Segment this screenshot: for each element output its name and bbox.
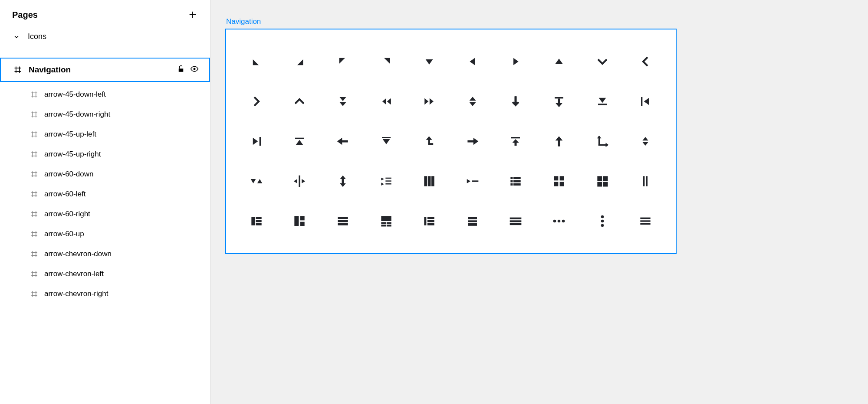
svg-rect-56 (386, 222, 391, 224)
columns-indent-icon[interactable] (451, 161, 494, 201)
svg-rect-19 (299, 176, 300, 187)
arrow-end-down-icon[interactable] (537, 81, 581, 121)
svg-rect-40 (597, 182, 602, 187)
arrow-chevron-down-icon[interactable] (581, 42, 624, 81)
arrows-axes-icon[interactable] (581, 121, 624, 161)
layer-item[interactable]: arrow-60-left (0, 184, 210, 204)
layer-item[interactable]: arrow-chevron-down (0, 244, 210, 264)
unlock-icon[interactable] (177, 65, 185, 75)
layer-item[interactable]: arrow-chevron-right (0, 284, 210, 304)
layers-list: arrow-45-down-left arrow-45-down-right a… (0, 85, 210, 304)
columns-list-icon[interactable] (494, 161, 538, 201)
rows-3-icon[interactable] (624, 201, 667, 241)
arrow-end-left-icon[interactable] (624, 81, 667, 121)
arrow-end-up-icon[interactable] (278, 121, 322, 161)
arrow-double-60-left-icon[interactable] (365, 81, 408, 121)
bullet-indent-icon[interactable] (365, 161, 408, 201)
svg-rect-57 (381, 225, 386, 226)
arrows-expand-icon[interactable] (235, 161, 278, 201)
arrow-45-down-right-icon[interactable] (278, 42, 322, 81)
frame-icon (13, 65, 23, 75)
canvas-area[interactable]: Navigation (210, 0, 868, 404)
svg-rect-52 (338, 220, 348, 222)
arrows-collapse-icon[interactable] (624, 121, 667, 161)
arrow-down-icon[interactable] (494, 81, 538, 121)
svg-rect-5 (598, 104, 607, 105)
frame-navigation[interactable] (225, 29, 677, 254)
arrow-parent-icon[interactable] (408, 121, 451, 161)
hamburger-rows-icon[interactable] (451, 201, 494, 241)
arrow-60-left-icon[interactable] (451, 42, 494, 81)
svg-rect-41 (603, 182, 608, 187)
layer-item[interactable]: arrow-60-right (0, 204, 210, 224)
hamburger-indent-icon[interactable] (365, 201, 408, 241)
svg-rect-31 (513, 180, 521, 182)
frame-icon (30, 130, 39, 139)
hamburger-outdent-icon[interactable] (408, 201, 451, 241)
layer-label: arrow-60-up (44, 230, 84, 238)
arrow-up-icon[interactable] (537, 121, 581, 161)
arrow-chevron-up-icon[interactable] (278, 81, 322, 121)
arrow-end-down-alt-icon[interactable] (581, 81, 624, 121)
arrows-resize-h-icon[interactable] (278, 161, 322, 201)
arrow-45-down-left-icon[interactable] (235, 42, 278, 81)
layer-item[interactable]: arrow-chevron-left (0, 264, 210, 284)
hamburger-4-icon[interactable] (278, 201, 322, 241)
arrow-end-right-icon[interactable] (235, 121, 278, 161)
layer-item[interactable]: arrow-45-up-right (0, 144, 210, 164)
columns-thumbnail-icon[interactable] (537, 161, 581, 201)
columns-thumbnail-window-icon[interactable] (581, 161, 624, 201)
more-horizontal-icon[interactable] (537, 201, 581, 241)
svg-rect-60 (427, 217, 434, 219)
svg-rect-12 (428, 143, 434, 145)
eye-icon[interactable] (190, 65, 199, 75)
arrow-double-60-right-icon[interactable] (408, 81, 451, 121)
layer-label: arrow-45-up-left (44, 130, 96, 139)
add-page-button[interactable] (187, 10, 198, 20)
arrow-chevron-left-icon[interactable] (624, 42, 667, 81)
svg-rect-38 (597, 176, 602, 181)
arrow-60-up-icon[interactable] (537, 42, 581, 81)
hamburger-5-icon[interactable] (321, 201, 365, 241)
arrow-right-icon[interactable] (451, 121, 494, 161)
hamburger-wide-icon[interactable] (494, 201, 538, 241)
svg-rect-23 (385, 183, 391, 185)
arrow-double-60-sort-icon[interactable] (451, 81, 494, 121)
svg-point-72 (601, 215, 604, 218)
svg-rect-62 (427, 223, 434, 225)
svg-point-1 (194, 68, 196, 70)
layer-item[interactable]: arrow-45-up-left (0, 124, 210, 144)
svg-point-73 (601, 220, 604, 223)
arrow-60-down-icon[interactable] (408, 42, 451, 81)
arrow-overflow-down-icon[interactable] (365, 121, 408, 161)
arrow-double-60-down-icon[interactable] (321, 81, 365, 121)
arrow-45-up-left-icon[interactable] (321, 42, 365, 81)
frame-label[interactable]: Navigation (226, 17, 868, 26)
arrows-resize-v-icon[interactable] (321, 161, 365, 201)
layer-label: arrow-45-down-left (44, 90, 106, 99)
svg-rect-59 (424, 217, 427, 225)
svg-rect-47 (256, 223, 261, 225)
arrow-root-icon[interactable] (494, 121, 538, 161)
layer-item[interactable]: arrow-45-down-left (0, 85, 210, 104)
page-row-icons[interactable]: Icons (0, 28, 210, 46)
sidebar-header: Pages (0, 0, 210, 28)
arrow-chevron-right-icon[interactable] (235, 81, 278, 121)
layer-item[interactable]: arrow-45-down-right (0, 104, 210, 124)
arrow-left-icon[interactable] (321, 121, 365, 161)
svg-rect-68 (510, 223, 522, 225)
layer-item[interactable]: arrow-60-down (0, 164, 210, 184)
frame-icon (30, 209, 39, 219)
selected-frame-row[interactable]: Navigation (0, 58, 210, 82)
arrow-45-up-right-icon[interactable] (365, 42, 408, 81)
svg-rect-8 (295, 138, 304, 139)
svg-rect-10 (382, 137, 391, 138)
layer-item[interactable]: arrow-60-up (0, 224, 210, 244)
hamburger-3-icon[interactable] (235, 201, 278, 241)
group-vertically-icon[interactable] (624, 161, 667, 201)
columns-icon[interactable] (408, 161, 451, 201)
arrow-60-right-icon[interactable] (494, 42, 538, 81)
more-vertical-icon[interactable] (581, 201, 624, 241)
frame-icon (30, 150, 39, 159)
svg-rect-66 (510, 218, 522, 219)
